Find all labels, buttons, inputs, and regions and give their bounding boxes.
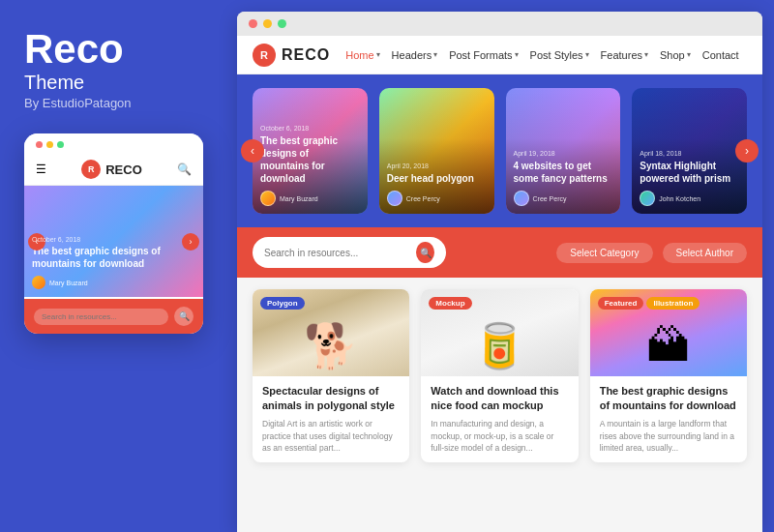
mobile-nav-bar: ☰ R RECO 🔍 (24, 154, 203, 186)
mobile-next-arrow[interactable]: › (182, 233, 199, 251)
mobile-search-input[interactable] (34, 309, 168, 325)
card-tag-2: Mockup (429, 297, 471, 310)
browser-dot-red[interactable] (249, 19, 257, 28)
slide-author-name-2: Cree Percy (406, 195, 440, 202)
category-filter-btn[interactable]: Select Category (556, 243, 652, 263)
mobile-dot-red (36, 141, 43, 148)
card-body-3: The best graphic designs of mountains fo… (590, 376, 747, 462)
nav-item-post-styles[interactable]: Post Styles ▾ (530, 49, 589, 61)
article-card-1[interactable]: Polygon Spectacular designs of animals i… (253, 289, 409, 462)
slider-prev-arrow[interactable]: ‹ (241, 139, 264, 163)
card-tag-3b: Illustration (646, 297, 700, 310)
slide-avatar-4 (640, 191, 655, 206)
search-section: 🔍 Select Category Select Author (237, 227, 762, 278)
mobile-search-btn[interactable]: 🔍 (174, 307, 194, 326)
card-img-3: Featured Illustration (590, 289, 747, 376)
article-card-3[interactable]: Featured Illustration The best graphic d… (590, 289, 747, 462)
card-excerpt-3: A mountain is a large landform that rise… (600, 418, 737, 455)
card-tag-1: Polygon (260, 297, 305, 310)
mobile-author-name: Mary Buzard (49, 280, 88, 286)
search-submit-btn[interactable]: 🔍 (416, 242, 434, 263)
nav-item-features[interactable]: Features ▾ (601, 49, 648, 61)
slide-avatar-2 (387, 191, 402, 206)
mobile-reco-text: RECO (105, 163, 142, 177)
slide-title-1: The best graphic designs of mountains fo… (260, 134, 360, 185)
slide-date-3: April 19, 2018 (514, 150, 613, 157)
slide-author-name-1: Mary Buzard (280, 195, 318, 202)
card-title-2: Watch and download this nice food can mo… (431, 384, 568, 414)
slide-author-name-3: Cree Percy (533, 195, 567, 202)
browser-window: R RECO Home ▾ Headers ▾ Post Formats ▾ P… (237, 12, 762, 532)
slide-card-2[interactable]: April 20, 2018 Deer head polygon Cree Pe… (379, 88, 494, 214)
mobile-search-bar: 🔍 (24, 299, 203, 334)
search-input[interactable] (264, 248, 410, 258)
hamburger-icon[interactable]: ☰ (36, 163, 46, 176)
card-tag-3a: Featured (598, 297, 644, 310)
search-input-wrap: 🔍 (253, 237, 446, 268)
site-body: 🔍 Select Category Select Author Polygon … (237, 227, 762, 532)
mobile-dot-yellow (46, 141, 53, 148)
mobile-hero-date: October 6, 2018 (32, 236, 195, 243)
slide-date-1: October 6, 2018 (260, 125, 360, 132)
mobile-logo: R RECO (81, 160, 142, 179)
nav-item-headers[interactable]: Headers ▾ (392, 49, 438, 61)
slide-author-2: Cree Percy (387, 191, 487, 206)
mobile-hero-content: October 6, 2018 The best graphic designs… (32, 236, 195, 289)
card-body-2: Watch and download this nice food can mo… (421, 376, 578, 462)
slide-author-name-4: John Kotchen (659, 195, 700, 202)
mobile-dot-green (57, 141, 64, 148)
slide-author-3: Cree Percy (514, 191, 613, 206)
cards-grid: Polygon Spectacular designs of animals i… (237, 278, 762, 474)
nav-item-post-formats[interactable]: Post Formats ▾ (449, 49, 518, 61)
browser-dot-green[interactable] (278, 19, 286, 28)
mobile-dots (36, 141, 64, 148)
brand-by: By EstudioPatagon (24, 96, 213, 110)
slide-content-1: October 6, 2018 The best graphic designs… (253, 117, 368, 214)
author-filter-btn[interactable]: Select Author (663, 243, 747, 263)
card-img-2: Mockup (421, 289, 578, 376)
slide-card-3[interactable]: April 19, 2018 4 websites to get some fa… (506, 88, 621, 214)
slide-title-3: 4 websites to get some fancy patterns (514, 160, 613, 185)
slide-author-1: Mary Buzard (260, 191, 360, 206)
slide-card-1[interactable]: October 6, 2018 The best graphic designs… (253, 88, 368, 214)
card-excerpt-2: In manufacturing and design, a mockup, o… (431, 418, 568, 455)
mobile-avatar (32, 276, 45, 289)
card-excerpt-1: Digital Art is an artistic work or pract… (262, 418, 400, 455)
mobile-mockup: ☰ R RECO 🔍 ‹ October 6, 2018 The best gr… (24, 133, 203, 334)
nav-item-home[interactable]: Home ▾ (345, 49, 379, 61)
brand-subtitle: Theme (24, 72, 213, 94)
slide-title-2: Deer head polygon (387, 172, 487, 185)
slide-content-4: April 18, 2018 Syntax Highlight powered … (632, 142, 747, 214)
slide-content-3: April 19, 2018 4 websites to get some fa… (506, 142, 621, 214)
card-title-1: Spectacular designs of animals in polygo… (262, 384, 400, 414)
card-body-1: Spectacular designs of animals in polygo… (253, 376, 409, 462)
slider-next-arrow[interactable]: › (735, 139, 759, 163)
slide-content-2: April 20, 2018 Deer head polygon Cree Pe… (379, 155, 494, 214)
site-reco-icon: R (253, 44, 276, 67)
card-title-3: The best graphic designs of mountains fo… (600, 384, 737, 414)
mobile-search-icon[interactable]: 🔍 (177, 163, 192, 176)
site-logo: R RECO (253, 44, 330, 67)
mobile-hero-title: The best graphic designs of mountains fo… (32, 245, 195, 270)
card-img-1: Polygon (253, 289, 409, 376)
slide-card-4[interactable]: April 18, 2018 Syntax Highlight powered … (632, 88, 747, 214)
browser-chrome (237, 12, 762, 36)
site-nav: R RECO Home ▾ Headers ▾ Post Formats ▾ P… (237, 36, 762, 74)
nav-item-shop[interactable]: Shop ▾ (660, 49, 691, 61)
slide-title-4: Syntax Highlight powered with prism (640, 160, 739, 185)
article-card-2[interactable]: Mockup Watch and download this nice food… (421, 289, 578, 462)
card-tags-3: Featured Illustration (598, 297, 700, 310)
browser-dot-yellow[interactable] (263, 19, 272, 28)
mobile-reco-icon: R (81, 160, 101, 179)
brand-title: Reco (24, 29, 213, 70)
nav-item-contact[interactable]: Contact (702, 49, 739, 61)
left-panel: Reco Theme By EstudioPatagon ☰ R RECO 🔍 … (0, 0, 237, 532)
slide-avatar-3 (514, 191, 529, 206)
slide-avatar-1 (260, 191, 276, 206)
slide-author-4: John Kotchen (640, 191, 739, 206)
mobile-top-bar (24, 133, 203, 154)
mobile-hero-author: Mary Buzard (32, 276, 195, 289)
slide-date-2: April 20, 2018 (387, 163, 487, 169)
site-reco-text: RECO (282, 46, 330, 64)
slide-date-4: April 18, 2018 (640, 150, 739, 157)
